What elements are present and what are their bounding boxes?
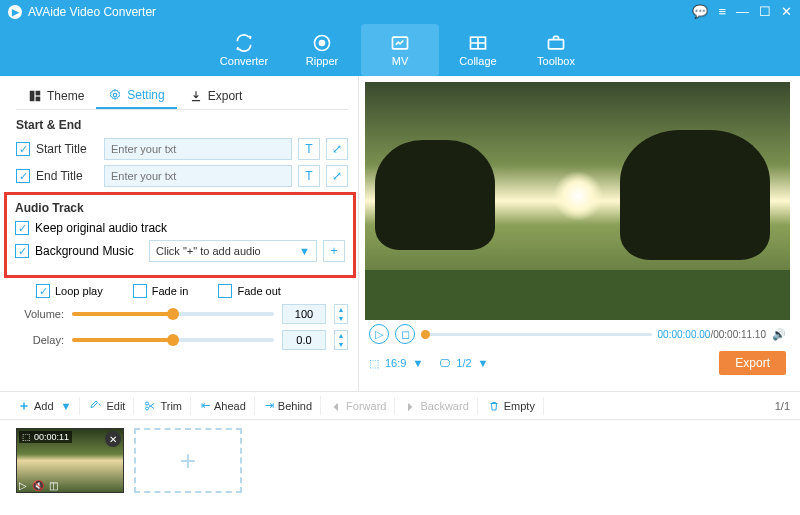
svg-point-8 (114, 93, 118, 97)
app-title: AVAide Video Converter (28, 5, 156, 19)
volume-stepper[interactable]: ▲▼ (334, 304, 348, 324)
trash-icon (488, 400, 500, 412)
start-title-input[interactable] (104, 138, 292, 160)
ahead-icon: ⇤ (201, 399, 210, 412)
scissors-icon (144, 400, 156, 412)
window-controls: 💬 ≡ — ☐ ✕ (692, 4, 792, 19)
titlebar: ▶ AVAide Video Converter 💬 ≡ — ☐ ✕ (0, 0, 800, 23)
add-audio-button[interactable]: + (323, 240, 345, 262)
tab-export[interactable]: Export (177, 82, 255, 109)
app-logo-icon: ▶ (8, 5, 22, 19)
edit-icon (90, 400, 102, 412)
play-button[interactable]: ▷ (369, 324, 389, 344)
zoom-icon: 🖵 (439, 357, 450, 369)
toolbar-mv[interactable]: MV (361, 24, 439, 76)
svg-point-10 (146, 407, 149, 410)
delay-label: Delay: (16, 334, 64, 346)
svg-point-1 (320, 40, 325, 45)
svg-rect-7 (36, 96, 41, 101)
minimize-icon[interactable]: — (736, 4, 749, 19)
menu-icon[interactable]: ≡ (718, 4, 726, 19)
main-toolbar: Converter Ripper MV Collage Toolbox (0, 23, 800, 76)
loop-play-checkbox[interactable]: ✓ (36, 284, 50, 298)
forward-icon: ⏴ (331, 400, 342, 412)
bg-music-select[interactable]: Click "+" to add audio ▼ (149, 240, 317, 262)
stop-button[interactable]: ◻ (395, 324, 415, 344)
export-button[interactable]: Export (719, 351, 786, 375)
aspect-ratio-icon: ⬚ (369, 357, 379, 370)
audio-track-title: Audio Track (15, 201, 345, 215)
keep-original-checkbox[interactable]: ✓ (15, 221, 29, 235)
bg-music-checkbox[interactable]: ✓ (15, 244, 29, 258)
delay-value[interactable]: 0.0 (282, 330, 326, 350)
playbar: ▷ ◻ 00:00:00.00/00:00:11.10 🔊 (365, 320, 790, 348)
clip-thumbnail[interactable]: ⬚00:00:11 ✕ ▷ 🔇 ◫ (16, 428, 124, 493)
preview-panel: ▷ ◻ 00:00:00.00/00:00:11.10 🔊 ⬚ 16:9 ▼ 🖵… (359, 76, 800, 391)
start-title-label: Start Title (36, 142, 98, 156)
ahead-button[interactable]: ⇤Ahead (193, 396, 255, 415)
clip-play-icon[interactable]: ▷ (19, 480, 27, 491)
backward-icon: ⏵ (405, 400, 416, 412)
start-end-title: Start & End (16, 118, 348, 132)
svg-point-9 (146, 402, 149, 405)
end-title-text-button[interactable]: T (298, 165, 320, 187)
forward-button[interactable]: ⏴Forward (323, 397, 395, 415)
end-title-checkbox[interactable]: ✓ (16, 169, 30, 183)
toolbar-converter[interactable]: Converter (205, 24, 283, 76)
converter-icon (234, 33, 254, 53)
tab-setting[interactable]: Setting (96, 82, 176, 109)
close-icon[interactable]: ✕ (781, 4, 792, 19)
edit-button[interactable]: Edit (82, 397, 134, 415)
behind-button[interactable]: ⇥Behind (257, 396, 321, 415)
start-title-text-button[interactable]: T (298, 138, 320, 160)
toolbar-collage[interactable]: Collage (439, 24, 517, 76)
clip-remove-button[interactable]: ✕ (105, 431, 121, 447)
chevron-down-icon[interactable]: ▼ (412, 357, 423, 369)
start-title-expand-button[interactable]: ⤢ (326, 138, 348, 160)
timeline-toolbar: Add▼ Edit Trim ⇤Ahead ⇥Behind ⏴Forward ⏵… (0, 391, 800, 420)
start-title-checkbox[interactable]: ✓ (16, 142, 30, 156)
aspect-ratio-value[interactable]: 16:9 (385, 357, 406, 369)
delay-slider[interactable] (72, 338, 274, 342)
time-display: 00:00:00.00/00:00:11.10 (658, 329, 766, 340)
toolbar-toolbox[interactable]: Toolbox (517, 24, 595, 76)
zoom-value[interactable]: 1/2 (456, 357, 471, 369)
volume-slider[interactable] (72, 312, 274, 316)
fade-in-checkbox[interactable]: ✓ (133, 284, 147, 298)
bg-music-label: Background Music (35, 244, 143, 258)
trim-button[interactable]: Trim (136, 397, 191, 415)
add-clip-button[interactable]: + (134, 428, 242, 493)
tab-theme[interactable]: Theme (16, 82, 96, 109)
empty-button[interactable]: Empty (480, 397, 544, 415)
backward-button[interactable]: ⏵Backward (397, 397, 477, 415)
volume-label: Volume: (16, 308, 64, 320)
progress-slider[interactable] (421, 333, 652, 336)
theme-icon (28, 89, 42, 103)
fade-out-checkbox[interactable]: ✓ (218, 284, 232, 298)
collage-icon (468, 33, 488, 53)
volume-icon[interactable]: 🔊 (772, 328, 786, 341)
svg-rect-6 (36, 90, 41, 95)
export-icon (189, 89, 203, 103)
delay-stepper[interactable]: ▲▼ (334, 330, 348, 350)
maximize-icon[interactable]: ☐ (759, 4, 771, 19)
end-title-input[interactable] (104, 165, 292, 187)
toolbar-ripper[interactable]: Ripper (283, 24, 361, 76)
svg-rect-5 (30, 90, 35, 101)
behind-icon: ⇥ (265, 399, 274, 412)
fade-in-label: Fade in (152, 285, 189, 297)
fade-out-label: Fade out (237, 285, 280, 297)
panel-tabs: Theme Setting Export (16, 82, 348, 110)
clip-trim-icon[interactable]: ◫ (49, 480, 58, 491)
toolbox-icon (546, 33, 566, 53)
video-preview[interactable] (365, 82, 790, 320)
clip-mute-icon[interactable]: 🔇 (32, 480, 44, 491)
volume-value[interactable]: 100 (282, 304, 326, 324)
end-title-expand-button[interactable]: ⤢ (326, 165, 348, 187)
chevron-down-icon[interactable]: ▼ (478, 357, 489, 369)
page-count: 1/1 (775, 400, 790, 412)
feedback-icon[interactable]: 💬 (692, 4, 708, 19)
add-button[interactable]: Add▼ (10, 397, 80, 415)
loop-play-label: Loop play (55, 285, 103, 297)
audio-track-highlight: Audio Track ✓ Keep original audio track … (4, 192, 356, 278)
